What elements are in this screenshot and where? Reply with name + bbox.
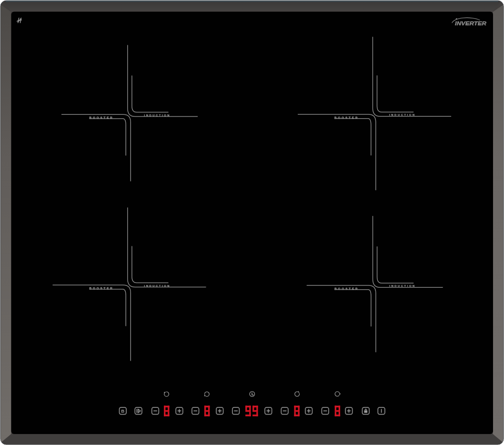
svg-text:B: B (121, 408, 124, 414)
svg-text:INVERTER: INVERTER (455, 20, 486, 26)
